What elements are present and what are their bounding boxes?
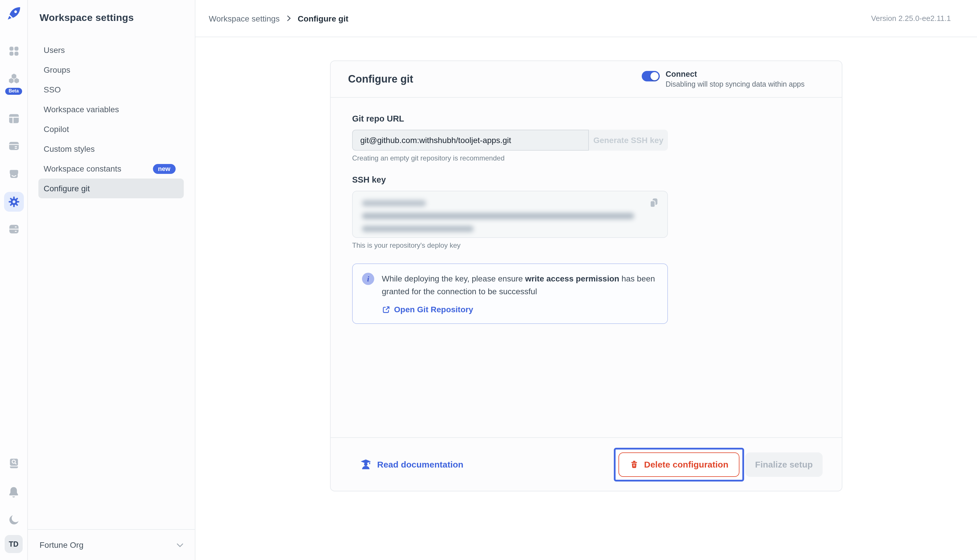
git-repo-helper: Creating an empty git repository is reco…: [352, 154, 824, 162]
external-link-icon: [382, 305, 390, 314]
breadcrumb-current: Configure git: [298, 14, 348, 23]
sidebar-item-custom-styles[interactable]: Custom styles: [38, 139, 184, 159]
card-body: Git repo URL Generate SSH key Creating a…: [331, 98, 842, 437]
copy-icon[interactable]: [647, 197, 661, 211]
chevron-right-icon: [285, 15, 292, 22]
version-label: Version 2.25.0-ee2.11.1: [871, 14, 951, 23]
workspace-settings-gear-icon[interactable]: [4, 192, 23, 212]
connect-description: Disabling will stop syncing data within …: [665, 80, 805, 89]
ssh-key-helper: This is your repository's deploy key: [352, 241, 824, 250]
generate-ssh-key-button[interactable]: Generate SSH key: [589, 130, 668, 151]
git-repo-row: Generate SSH key: [352, 130, 668, 151]
sidebar-item-workspace-constants[interactable]: Workspace constants new: [38, 159, 184, 178]
app-root: Beta: [0, 0, 977, 560]
delete-button-focus-ring: Delete configuration: [614, 447, 744, 481]
ssh-key-label: SSH key: [352, 175, 824, 184]
git-repo-url-label: Git repo URL: [352, 114, 824, 123]
info-icon: i: [362, 273, 374, 285]
connect-block: Connect Disabling will stop syncing data…: [642, 70, 805, 89]
delete-configuration-button[interactable]: Delete configuration: [619, 452, 739, 477]
database-drawer-icon[interactable]: [7, 139, 21, 153]
configure-git-card: Configure git Connect Disabling will sto…: [330, 60, 842, 492]
finalize-setup-button[interactable]: Finalize setup: [745, 452, 823, 477]
dashboards-icon[interactable]: [7, 112, 21, 126]
ssh-key-box: [352, 191, 668, 238]
sidebar-title: Workspace settings: [28, 12, 195, 24]
chevron-down-icon: [175, 540, 185, 550]
sidebar-item-workspace-variables[interactable]: Workspace variables: [38, 100, 184, 119]
card-footer: Read documentation: [331, 437, 842, 491]
app-icon-rail: Beta: [0, 0, 28, 560]
rail-bottom-group: TD: [5, 457, 23, 560]
marketplace-icon[interactable]: [7, 167, 21, 181]
open-git-repository-link[interactable]: Open Git Repository: [382, 305, 473, 314]
apps-grid-icon[interactable]: [7, 44, 21, 58]
user-avatar[interactable]: TD: [5, 535, 23, 553]
new-badge: new: [153, 164, 176, 173]
read-documentation-link[interactable]: Read documentation: [360, 458, 463, 470]
main-area: Workspace settings Configure git Version…: [195, 0, 977, 560]
settings-sidebar: Workspace settings Users Groups SSO Work…: [28, 0, 195, 560]
git-repo-url-input[interactable]: [352, 130, 589, 151]
card-header: Configure git Connect Disabling will sto…: [331, 61, 842, 98]
tooljet-logo-icon[interactable]: [5, 5, 22, 22]
sidebar-item-groups[interactable]: Groups: [38, 60, 184, 80]
audit-logs-icon[interactable]: [7, 222, 21, 236]
sidebar-item-users[interactable]: Users: [38, 40, 184, 60]
topbar: Workspace settings Configure git Version…: [195, 0, 977, 37]
info-alert-text: While deploying the key, please ensure w…: [382, 273, 661, 298]
sidebar-item-configure-git[interactable]: Configure git: [38, 178, 184, 198]
page-title: Configure git: [348, 73, 413, 85]
beta-badge: Beta: [5, 88, 22, 95]
graduate-docs-icon: [360, 458, 372, 470]
content-area: Configure git Connect Disabling will sto…: [195, 37, 977, 560]
dark-mode-moon-icon[interactable]: [7, 513, 21, 527]
org-name: Fortune Org: [40, 540, 83, 550]
ssh-key-redacted-value: [362, 200, 658, 232]
connect-label: Connect: [665, 70, 805, 79]
docs-search-icon[interactable]: [7, 457, 21, 470]
notifications-bell-icon[interactable]: [7, 485, 21, 499]
settings-nav: Users Groups SSO Workspace variables Cop…: [38, 40, 184, 198]
connect-toggle[interactable]: [642, 71, 660, 81]
breadcrumb-parent[interactable]: Workspace settings: [209, 14, 280, 23]
integrations-hexagons-icon[interactable]: [7, 73, 21, 87]
sidebar-item-copilot[interactable]: Copilot: [38, 119, 184, 139]
sidebar-item-sso[interactable]: SSO: [38, 80, 184, 100]
org-switcher[interactable]: Fortune Org: [28, 529, 195, 560]
info-alert: i While deploying the key, please ensure…: [352, 263, 668, 324]
trash-icon: [630, 460, 639, 469]
